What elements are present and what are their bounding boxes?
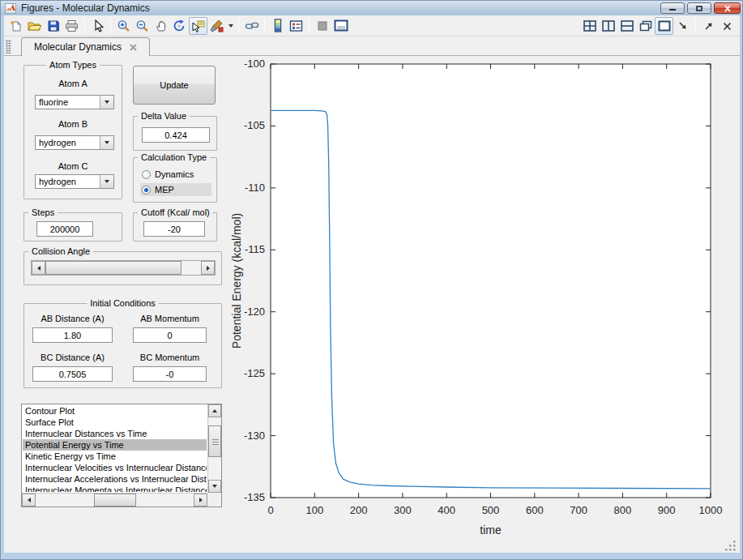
show-plot-tools-dock-button[interactable] (331, 17, 350, 35)
float-windows-button[interactable] (636, 17, 655, 35)
ab-distance-field[interactable] (32, 327, 113, 343)
atom-a-label: Atom A (24, 79, 122, 88)
figures-window: Figures - Molecular Dynamics (0, 0, 743, 560)
radio-mep[interactable]: MEP (140, 183, 211, 196)
zoom-out-button[interactable] (133, 17, 152, 35)
slider-right-arrow[interactable] (201, 261, 215, 275)
arrow-up-icon (212, 409, 217, 413)
list-item[interactable]: Internuclear Distances vs Time (23, 428, 207, 439)
insert-legend-button[interactable] (287, 17, 305, 35)
single-tile-button[interactable] (655, 17, 673, 35)
cutoff-field[interactable] (143, 221, 205, 237)
hscroll-track-right[interactable] (136, 494, 194, 507)
svg-text:300: 300 (394, 504, 412, 516)
zoom-in-button[interactable] (114, 17, 133, 35)
list-item[interactable]: Contour Plot (23, 405, 207, 417)
ab-momentum-field[interactable] (133, 327, 207, 343)
svg-text:-110: -110 (245, 182, 265, 194)
calculation-type-title: Calculation Type (138, 152, 210, 162)
horizontal-scroll-thumb[interactable] (94, 494, 136, 507)
scroll-left-button[interactable] (22, 494, 36, 507)
list-horizontal-scrollbar[interactable] (22, 493, 207, 507)
atom-types-panel: Atom Types Atom A fluorine Atom B hydrog… (23, 65, 122, 199)
save-figure-button[interactable] (44, 17, 62, 35)
scroll-down-button[interactable] (208, 480, 221, 493)
close-panel-button[interactable] (718, 17, 737, 35)
slider-track[interactable] (181, 261, 201, 275)
atom-b-value: hydrogen (36, 136, 100, 149)
delta-value-field[interactable] (142, 127, 210, 143)
list-item[interactable]: Kinetic Energy vs Time (23, 451, 207, 462)
hscroll-track-left[interactable] (36, 494, 94, 507)
hide-plot-tools-button[interactable] (313, 17, 331, 35)
slider-left-arrow[interactable] (32, 261, 45, 275)
dropdown-button[interactable] (100, 96, 113, 109)
figure-content: Atom Types Atom A fluorine Atom B hydrog… (4, 56, 740, 553)
update-button[interactable]: Update (133, 66, 216, 105)
atom-c-value: hydrogen (36, 175, 100, 188)
collision-angle-panel: Collision Angle (23, 251, 222, 285)
list-item[interactable]: Internuclear Momenta vs Internuclear Dis… (23, 485, 207, 492)
dropdown-button[interactable] (100, 136, 113, 149)
scroll-right-button[interactable] (194, 494, 207, 507)
list-item[interactable]: Surface Plot (23, 417, 207, 428)
svg-text:700: 700 (570, 504, 587, 516)
grip-icon (212, 439, 219, 440)
rotate-3d-button[interactable] (170, 17, 189, 35)
minimize-button[interactable] (660, 2, 685, 14)
insert-colorbar-button[interactable] (268, 17, 287, 35)
pan-hand-button[interactable] (152, 17, 170, 35)
dropdown-button[interactable] (100, 175, 113, 188)
slider-thumb[interactable] (45, 261, 181, 275)
tile-top-bottom-button[interactable] (617, 17, 636, 35)
svg-text:-105: -105 (244, 119, 265, 131)
data-cursor-button[interactable] (189, 17, 207, 35)
drag-handle-icon[interactable] (6, 40, 11, 53)
toolbar-separator (695, 19, 696, 33)
matlab-logo-icon (5, 3, 16, 14)
tile-left-right-button[interactable] (599, 17, 617, 35)
plot-type-listbox[interactable]: Contour PlotSurface PlotInternuclear Dis… (21, 404, 222, 507)
radio-dynamics[interactable]: Dynamics (140, 168, 211, 181)
svg-text:-120: -120 (244, 306, 265, 318)
atom-a-dropdown[interactable]: fluorine (35, 95, 114, 109)
list-item[interactable]: Internuclear Accelerations vs Internucle… (23, 473, 207, 485)
restore-button[interactable] (687, 2, 711, 14)
plot-svg: 01002003004005006007008009001000-135-130… (228, 58, 740, 545)
list-item[interactable]: Potential Energy vs Time (23, 439, 207, 451)
resize-grip-icon[interactable] (725, 541, 736, 551)
atom-b-label: Atom B (24, 119, 122, 129)
radio-icon (142, 170, 151, 179)
bc-momentum-field[interactable] (133, 366, 207, 382)
initial-conditions-panel: Initial Conditions AB Distance (A) AB Mo… (23, 303, 222, 388)
scroll-up-button[interactable] (208, 404, 221, 417)
tile-grid-button[interactable] (580, 17, 599, 35)
steps-panel: Steps (23, 212, 122, 242)
print-figure-button[interactable] (62, 17, 81, 35)
list-item[interactable]: Internuclear Velocities vs Internuclear … (23, 462, 207, 473)
brush-data-button[interactable] (207, 17, 226, 35)
arrow-down-icon (212, 485, 217, 488)
arrow-left-icon (28, 498, 31, 502)
tab-close-icon[interactable] (130, 44, 137, 51)
undock-button[interactable] (699, 17, 718, 35)
minimize-control-button[interactable] (673, 17, 692, 35)
open-file-button[interactable] (25, 17, 44, 35)
tabbar: Molecular Dynamics (4, 36, 740, 56)
link-plot-button[interactable] (242, 17, 261, 35)
vertical-scroll-thumb[interactable] (208, 425, 221, 457)
arrow-left-icon (37, 266, 41, 271)
close-button[interactable] (714, 2, 741, 14)
list-vertical-scrollbar[interactable] (207, 404, 221, 493)
brush-dropdown-button[interactable] (226, 17, 235, 35)
tab-molecular-dynamics[interactable]: Molecular Dynamics (21, 37, 150, 56)
collision-angle-title: Collision Angle (28, 246, 93, 256)
atom-c-dropdown[interactable]: hydrogen (35, 174, 114, 189)
atom-b-dropdown[interactable]: hydrogen (35, 135, 114, 150)
collision-angle-slider[interactable] (31, 260, 216, 276)
radio-dynamics-label: Dynamics (155, 169, 194, 179)
edit-plot-pointer-button[interactable] (88, 17, 107, 35)
new-figure-button[interactable] (6, 17, 25, 35)
steps-field[interactable] (36, 221, 93, 237)
bc-distance-field[interactable] (32, 366, 113, 382)
